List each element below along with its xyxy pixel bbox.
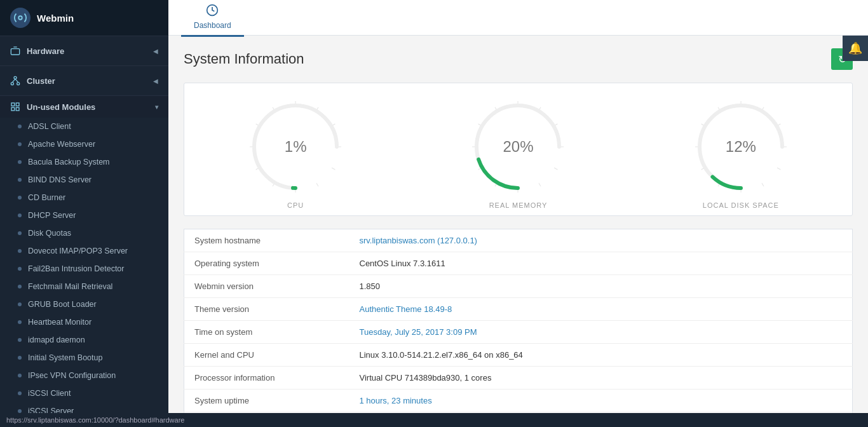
gauge-memory-label: REAL MEMORY — [489, 201, 548, 209]
dot-icon — [18, 356, 22, 360]
dot-icon — [18, 285, 22, 288]
module-label: Apache Webserver — [28, 140, 95, 149]
cluster-arrow: ◀ — [153, 78, 158, 85]
svg-point-0 — [18, 16, 22, 20]
info-value-link[interactable]: srv.liptanbiswas.com (127.0.0.1) — [360, 236, 477, 245]
tab-dashboard[interactable]: Dashboard — [181, 0, 244, 37]
module-label: iSCSI Client — [28, 389, 71, 398]
module-label: Fail2Ban Intrusion Detector — [28, 264, 124, 273]
info-value-link[interactable]: Authentic Theme 18.49-8 — [360, 304, 452, 314]
svg-line-31 — [539, 183, 541, 186]
sidebar-subitem[interactable]: ADSL Client — [0, 118, 168, 135]
unused-modules-label: Un-used Modules — [27, 102, 95, 112]
dot-icon — [18, 320, 22, 324]
sidebar-subitem[interactable]: Fail2Ban Intrusion Detector — [0, 260, 168, 278]
unused-modules-header[interactable]: Un-used Modules ▾ — [0, 96, 168, 118]
sidebar-subitem[interactable]: DHCP Server — [0, 207, 168, 224]
table-row: Webmin version1.850 — [184, 275, 853, 298]
dot-icon — [18, 374, 22, 377]
info-key: Theme version — [184, 298, 349, 321]
module-label: Initial System Bootup — [28, 353, 102, 362]
info-value[interactable]: Tuesday, July 25, 2017 3:09 PM — [349, 321, 853, 344]
page-header: System Information ↻ — [184, 48, 853, 70]
gauge-disk-value: 12% — [726, 138, 756, 156]
svg-rect-8 — [16, 103, 19, 106]
table-row: System hostnamesrv.liptanbiswas.com (127… — [184, 229, 853, 252]
gauge-cpu-value: 1% — [285, 138, 307, 156]
modules-icon — [10, 102, 20, 112]
notification-bell[interactable]: 🔔 — [843, 36, 868, 61]
module-label: GRUB Boot Loader — [28, 300, 97, 309]
sidebar-subitem[interactable]: GRUB Boot Loader — [0, 295, 168, 313]
module-list: ADSL ClientApache WebserverBacula Backup… — [0, 118, 168, 427]
cluster-icon — [10, 76, 20, 86]
sidebar-subitem[interactable]: Disk Quotas — [0, 224, 168, 242]
sidebar-subitem[interactable]: IPsec VPN Configuration — [0, 367, 168, 384]
info-value[interactable]: 1 hours, 23 minutes — [349, 390, 853, 412]
module-label: Dovecot IMAP/POP3 Server — [28, 247, 128, 255]
hardware-label: Hardware — [27, 46, 64, 56]
svg-rect-1 — [11, 49, 19, 55]
sidebar-subitem[interactable]: Bacula Backup System — [0, 153, 168, 171]
dot-icon — [18, 196, 22, 200]
svg-line-6 — [15, 79, 18, 82]
svg-line-45 — [762, 183, 764, 186]
sidebar-subitem[interactable]: idmapd daemon — [0, 331, 168, 349]
dot-icon — [18, 302, 22, 306]
sidebar-subitem[interactable]: Dovecot IMAP/POP3 Server — [0, 242, 168, 260]
info-value: Virtual CPU 714389bda930, 1 cores — [349, 367, 853, 390]
dot-icon — [18, 231, 22, 235]
info-key: Kernel and CPU — [184, 344, 349, 367]
info-value[interactable]: Authentic Theme 18.49-8 — [349, 298, 853, 321]
table-row: Operating systemCentOS Linux 7.3.1611 — [184, 252, 853, 275]
topnav: Dashboard — [168, 0, 868, 36]
info-value-link[interactable]: 1 hours, 23 minutes — [360, 396, 432, 405]
dot-icon — [18, 267, 22, 271]
bell-icon: 🔔 — [848, 41, 862, 55]
hardware-section[interactable]: Hardware ◀ — [0, 36, 168, 66]
gauge-disk: 12% LOCAL DISK SPACE — [677, 96, 804, 209]
svg-rect-10 — [16, 107, 19, 111]
table-row: Kernel and CPULinux 3.10.0-514.21.2.el7.… — [184, 344, 853, 367]
cluster-label: Cluster — [27, 76, 55, 86]
info-key: System hostname — [184, 229, 349, 252]
status-url: https://srv.liptanbiswas.com:10000/?dash… — [6, 416, 184, 424]
svg-line-5 — [12, 79, 15, 82]
info-key: Time on system — [184, 321, 349, 344]
dot-icon — [18, 391, 22, 395]
dot-icon — [18, 249, 22, 253]
dashboard-icon — [206, 4, 219, 20]
info-key: Operating system — [184, 252, 349, 275]
sidebar-subitem[interactable]: Initial System Bootup — [0, 349, 168, 367]
gauge-cpu-svg-wrap: 1% — [245, 96, 346, 198]
module-label: BIND DNS Server — [28, 175, 92, 184]
sidebar-item-cluster[interactable]: Cluster ◀ — [0, 70, 168, 92]
tab-dashboard-label: Dashboard — [194, 21, 231, 30]
dot-icon — [18, 338, 22, 342]
cluster-section[interactable]: Cluster ◀ — [0, 66, 168, 96]
sidebar-item-hardware[interactable]: Hardware ◀ — [0, 40, 168, 62]
info-table: System hostnamesrv.liptanbiswas.com (127… — [184, 229, 853, 427]
gauge-disk-label: LOCAL DISK SPACE — [703, 201, 779, 209]
svg-point-3 — [11, 83, 13, 85]
status-bar: https://srv.liptanbiswas.com:10000/?dash… — [0, 413, 868, 427]
gauge-memory-svg-wrap: 20% — [467, 96, 569, 198]
dot-icon — [18, 142, 22, 146]
module-label: Fetchmail Mail Retrieval — [28, 282, 112, 291]
unused-modules-arrow: ▾ — [155, 104, 158, 111]
gauge-memory: 20% REAL MEMORY — [454, 96, 581, 209]
info-key: Webmin version — [184, 275, 349, 298]
sidebar-subitem[interactable]: BIND DNS Server — [0, 171, 168, 189]
sidebar-subitem[interactable]: Apache Webserver — [0, 135, 168, 153]
info-key: System uptime — [184, 390, 349, 412]
sidebar-subitem[interactable]: Heartbeat Monitor — [0, 313, 168, 331]
sidebar-subitem[interactable]: CD Burner — [0, 189, 168, 207]
gauge-memory-value: 20% — [503, 138, 533, 156]
brand-name: Webmin — [37, 13, 74, 24]
info-value[interactable]: srv.liptanbiswas.com (127.0.0.1) — [349, 229, 853, 252]
sidebar-subitem[interactable]: Fetchmail Mail Retrieval — [0, 278, 168, 295]
info-value-link[interactable]: Tuesday, July 25, 2017 3:09 PM — [360, 327, 477, 337]
sidebar-subitem[interactable]: iSCSI Client — [0, 384, 168, 402]
table-row: Theme versionAuthentic Theme 18.49-8 — [184, 298, 853, 321]
dot-icon — [18, 160, 22, 164]
